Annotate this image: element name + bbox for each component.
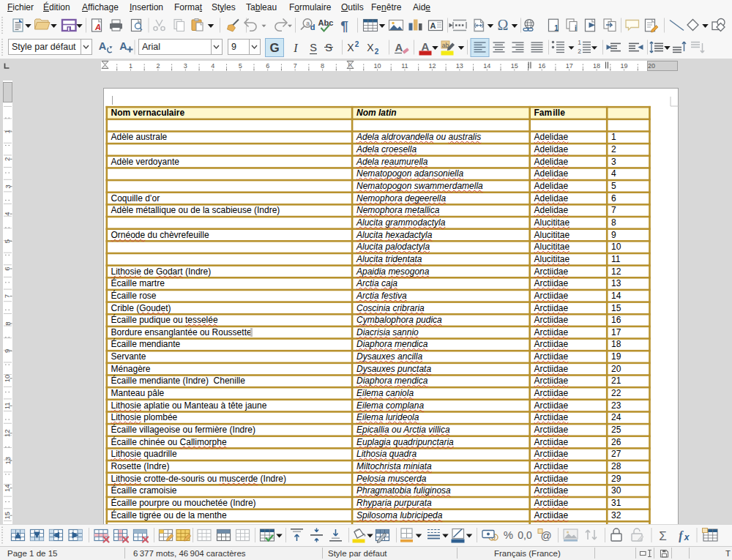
- svg-text:1: 1: [129, 62, 132, 70]
- svg-text:@: @: [540, 529, 551, 542]
- svg-text:10: 10: [373, 62, 381, 70]
- svg-text:2: 2: [375, 48, 379, 56]
- svg-text:12: 12: [428, 62, 436, 70]
- svg-text:2: 2: [355, 40, 359, 48]
- svg-text:a: a: [306, 20, 310, 27]
- svg-text:2: 2: [578, 48, 581, 55]
- svg-text:3: 3: [184, 62, 187, 70]
- svg-text:%: %: [504, 529, 513, 541]
- svg-text:G: G: [269, 41, 279, 55]
- svg-text:8: 8: [321, 62, 324, 70]
- svg-text:¶: ¶: [340, 18, 348, 34]
- svg-text:A: A: [422, 40, 430, 53]
- svg-text:5: 5: [239, 62, 242, 70]
- svg-text:1: 1: [578, 39, 581, 46]
- svg-text:Abc: Abc: [318, 18, 334, 27]
- svg-text:2: 2: [156, 62, 160, 70]
- svg-text:11: 11: [401, 62, 408, 70]
- svg-text:16: 16: [538, 62, 545, 70]
- svg-text:6: 6: [266, 62, 269, 70]
- svg-text:I: I: [293, 42, 298, 54]
- svg-text:4: 4: [211, 62, 214, 70]
- svg-text:A: A: [395, 41, 403, 53]
- svg-text:1: 1: [554, 24, 559, 32]
- svg-text:Ω: Ω: [498, 17, 509, 33]
- svg-text:A: A: [119, 40, 127, 52]
- svg-text:19: 19: [621, 62, 628, 70]
- svg-text:A: A: [99, 40, 107, 52]
- svg-text:0,0: 0,0: [518, 529, 532, 541]
- svg-text:i: i: [575, 24, 577, 32]
- svg-text:15: 15: [511, 62, 518, 70]
- svg-text:d: d: [310, 23, 315, 31]
- svg-text:14: 14: [483, 62, 490, 70]
- svg-text:7: 7: [294, 62, 297, 70]
- svg-text:17: 17: [566, 62, 573, 70]
- svg-text:f: f: [679, 529, 684, 542]
- svg-text:13: 13: [456, 62, 463, 70]
- svg-text:X: X: [347, 42, 354, 53]
- svg-text:A: A: [94, 23, 101, 31]
- svg-text:X: X: [367, 42, 374, 53]
- svg-text:Σ: Σ: [659, 529, 667, 543]
- svg-text:18: 18: [593, 62, 600, 70]
- svg-text:20: 20: [648, 62, 655, 70]
- svg-text:A: A: [430, 21, 436, 30]
- svg-text:x: x: [684, 532, 690, 542]
- svg-text:S: S: [310, 42, 317, 53]
